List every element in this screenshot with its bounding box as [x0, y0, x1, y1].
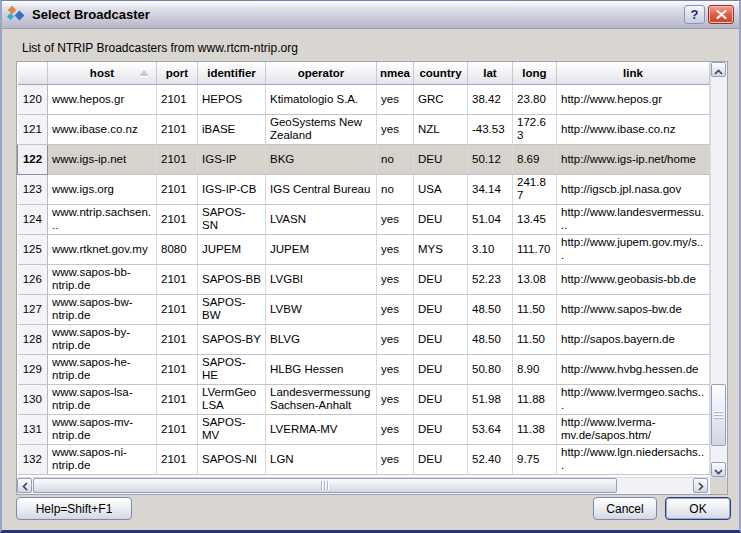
cell-lat[interactable]: 34.14	[468, 174, 513, 204]
cell-operator[interactable]: GeoSystems New Zealand	[266, 114, 377, 144]
scroll-up-button[interactable]	[711, 62, 726, 77]
cell-lat[interactable]: 50.12	[468, 144, 513, 174]
cell-lat[interactable]: 52.23	[468, 264, 513, 294]
cell-nmea[interactable]: yes	[377, 354, 414, 384]
cell-host[interactable]: www.ibase.co.nz	[48, 114, 157, 144]
cell-link[interactable]: http://www.landesvermessu...	[557, 204, 710, 234]
cell-host[interactable]: www.sapos-bw-ntrip.de	[48, 294, 157, 324]
scroll-down-button[interactable]	[711, 462, 726, 477]
cell-nmea[interactable]: yes	[377, 324, 414, 354]
column-header-identifier[interactable]: identifier	[198, 62, 266, 84]
cell-nmea[interactable]: yes	[377, 384, 414, 414]
cell-nmea[interactable]: yes	[377, 264, 414, 294]
cell-host[interactable]: www.sapos-bb-ntrip.de	[48, 264, 157, 294]
cell-operator[interactable]: LVERMA-MV	[266, 414, 377, 444]
cell-long[interactable]: 11.88	[513, 384, 557, 414]
help-titlebar-button[interactable]: ?	[684, 5, 705, 24]
cell-host[interactable]: www.sapos-he-ntrip.de	[48, 354, 157, 384]
cell-operator[interactable]: BKG	[266, 144, 377, 174]
cell-identifier[interactable]: JUPEM	[198, 234, 266, 264]
cell-long[interactable]: 241.87	[513, 174, 557, 204]
cell-long[interactable]: 11.50	[513, 294, 557, 324]
cell-nmea[interactable]: yes	[377, 84, 414, 114]
help-button[interactable]: Help=Shift+F1	[16, 497, 132, 520]
cell-country[interactable]: DEU	[414, 444, 468, 474]
cell-lat[interactable]: -43.53	[468, 114, 513, 144]
row-number[interactable]: 125	[18, 234, 48, 264]
cell-host[interactable]: www.sapos-ni-ntrip.de	[48, 444, 157, 474]
column-header-operator[interactable]: operator	[266, 62, 377, 84]
cell-country[interactable]: DEU	[414, 414, 468, 444]
table-row[interactable]: 128www.sapos-by-ntrip.de2101SAPOS-BYBLVG…	[18, 324, 710, 354]
cell-port[interactable]: 2101	[157, 144, 198, 174]
cell-country[interactable]: DEU	[414, 144, 468, 174]
cell-link[interactable]: http://www.lvermgeo.sachs...	[557, 384, 710, 414]
cell-operator[interactable]: JUPEM	[266, 234, 377, 264]
row-number[interactable]: 120	[18, 84, 48, 114]
cancel-button[interactable]: Cancel	[593, 497, 657, 520]
row-number[interactable]: 122	[18, 144, 48, 174]
cell-host[interactable]: www.sapos-lsa-ntrip.de	[48, 384, 157, 414]
table-row[interactable]: 122www.igs-ip.net2101IGS-IPBKGnoDEU50.12…	[18, 144, 710, 174]
cell-lat[interactable]: 48.50	[468, 294, 513, 324]
cell-port[interactable]: 2101	[157, 324, 198, 354]
cell-identifier[interactable]: SAPOS-BB	[198, 264, 266, 294]
cell-port[interactable]: 2101	[157, 264, 198, 294]
cell-operator[interactable]: HLBG Hessen	[266, 354, 377, 384]
cell-country[interactable]: USA	[414, 174, 468, 204]
cell-lat[interactable]: 38.42	[468, 84, 513, 114]
table-row[interactable]: 126www.sapos-bb-ntrip.de2101SAPOS-BBLVGB…	[18, 264, 710, 294]
cell-lat[interactable]: 51.04	[468, 204, 513, 234]
cell-long[interactable]: 8.90	[513, 354, 557, 384]
cell-country[interactable]: DEU	[414, 204, 468, 234]
cell-link[interactable]: http://www.igs-ip.net/home	[557, 144, 710, 174]
cell-port[interactable]: 2101	[157, 354, 198, 384]
cell-operator[interactable]: BLVG	[266, 324, 377, 354]
cell-link[interactable]: http://www.hvbg.hessen.de	[557, 354, 710, 384]
cell-country[interactable]: DEU	[414, 294, 468, 324]
cell-link[interactable]: http://www.ibase.co.nz	[557, 114, 710, 144]
cell-operator[interactable]: LVGBI	[266, 264, 377, 294]
cell-country[interactable]: GRC	[414, 84, 468, 114]
cell-long[interactable]: 172.63	[513, 114, 557, 144]
cell-operator[interactable]: Ktimatologio S.A.	[266, 84, 377, 114]
table-row[interactable]: 121www.ibase.co.nz2101iBASEGeoSystems Ne…	[18, 114, 710, 144]
cell-lat[interactable]: 50.80	[468, 354, 513, 384]
corner-header[interactable]	[18, 62, 48, 84]
cell-long[interactable]: 8.69	[513, 144, 557, 174]
cell-lat[interactable]: 48.50	[468, 324, 513, 354]
cell-port[interactable]: 2101	[157, 84, 198, 114]
cell-port[interactable]: 2101	[157, 204, 198, 234]
cell-operator[interactable]: LGN	[266, 444, 377, 474]
cell-link[interactable]: http://sapos.bayern.de	[557, 324, 710, 354]
column-header-lat[interactable]: lat	[468, 62, 513, 84]
cell-identifier[interactable]: SAPOS-BW	[198, 294, 266, 324]
cell-identifier[interactable]: SAPOS-HE	[198, 354, 266, 384]
cell-nmea[interactable]: yes	[377, 414, 414, 444]
cell-port[interactable]: 2101	[157, 414, 198, 444]
cell-host[interactable]: www.ntrip.sachsen...	[48, 204, 157, 234]
cell-link[interactable]: http://www.hepos.gr	[557, 84, 710, 114]
cell-identifier[interactable]: iBASE	[198, 114, 266, 144]
cell-nmea[interactable]: yes	[377, 204, 414, 234]
table-row[interactable]: 129www.sapos-he-ntrip.de2101SAPOS-HEHLBG…	[18, 354, 710, 384]
cell-port[interactable]: 2101	[157, 174, 198, 204]
cell-operator[interactable]: Landesvermessung Sachsen-Anhalt	[266, 384, 377, 414]
ok-button[interactable]: OK	[665, 497, 731, 520]
cell-port[interactable]: 2101	[157, 444, 198, 474]
row-number[interactable]: 127	[18, 294, 48, 324]
horizontal-scrollbar[interactable]	[17, 477, 709, 494]
cell-host[interactable]: www.igs-ip.net	[48, 144, 157, 174]
cell-operator[interactable]: LVASN	[266, 204, 377, 234]
cell-nmea[interactable]: no	[377, 144, 414, 174]
cell-identifier[interactable]: LVermGeoLSA	[198, 384, 266, 414]
column-header-link[interactable]: link	[557, 62, 710, 84]
table-row[interactable]: 130www.sapos-lsa-ntrip.de2101LVermGeoLSA…	[18, 384, 710, 414]
cell-nmea[interactable]: yes	[377, 444, 414, 474]
row-number[interactable]: 131	[18, 414, 48, 444]
cell-host[interactable]: www.sapos-mv-ntrip.de	[48, 414, 157, 444]
cell-identifier[interactable]: HEPOS	[198, 84, 266, 114]
table-row[interactable]: 127www.sapos-bw-ntrip.de2101SAPOS-BWLVBW…	[18, 294, 710, 324]
cell-country[interactable]: DEU	[414, 324, 468, 354]
cell-lat[interactable]: 52.40	[468, 444, 513, 474]
